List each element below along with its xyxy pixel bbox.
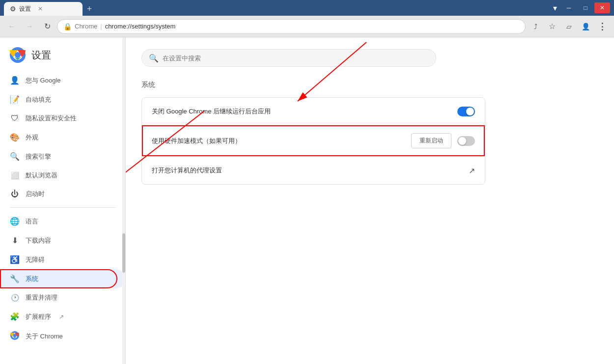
download-icon: ⬇ [10, 236, 20, 245]
sidebar-label-about: 关于 Chrome [26, 332, 63, 341]
sidebar-label-language: 语言 [26, 217, 38, 226]
sidebar-item-autofill[interactable]: 📝 自动填充 [0, 90, 117, 109]
extensions-icon: 🧩 [10, 312, 20, 321]
address-separator: | [100, 23, 102, 30]
autofill-icon: 📝 [10, 95, 20, 104]
address-lock-icon: 🔒 [63, 23, 72, 30]
sidebar-label-downloads: 下载内容 [26, 236, 51, 245]
person-icon: 👤 [10, 76, 20, 85]
refresh-button[interactable]: ↻ [39, 19, 55, 34]
accessibility-icon: ♿ [10, 255, 20, 264]
menu-button[interactable]: ⋮ [594, 19, 610, 34]
sidebar-item-google[interactable]: 👤 您与 Google [0, 71, 117, 90]
hardware-acceleration-text: 使用硬件加速模式（如果可用） [152, 137, 411, 145]
settings-card: 关闭 Google Chrome 后继续运行后台应用 使用硬件加速模式（如果可用… [141, 97, 485, 185]
bookmark-button[interactable]: ☆ [544, 19, 560, 34]
sidebar-item-accessibility[interactable]: ♿ 无障碍 [0, 250, 117, 269]
background-apps-action [457, 107, 475, 116]
external-link-icon: ↗ [59, 313, 64, 320]
sidebar-label-autofill: 自动填充 [26, 95, 51, 104]
forward-button[interactable]: → [22, 19, 37, 34]
maximize-button[interactable]: □ [578, 2, 593, 13]
restart-button[interactable]: 重新启动 [411, 133, 451, 148]
toggle-thumb [466, 108, 474, 115]
content-wrapper: 🔍 系统 关闭 Google Chrome 后继续运行后台应用 [126, 37, 614, 364]
search-input[interactable] [163, 55, 429, 62]
hardware-acceleration-toggle[interactable] [457, 136, 475, 146]
reset-icon: 🕐 [10, 294, 20, 302]
background-apps-text: 关闭 Google Chrome 后继续运行后台应用 [152, 107, 457, 116]
address-bar[interactable]: 🔒 Chrome | chrome://settings/system [57, 19, 526, 34]
startup-icon: ⏻ [10, 190, 20, 198]
sidebar-logo: 设置 [0, 43, 125, 71]
system-wrench-icon: 🔧 [10, 274, 20, 283]
sidebar-item-downloads[interactable]: ⬇ 下载内容 [0, 231, 117, 250]
chrome-logo-icon [10, 47, 26, 63]
window-controls: ─ □ ✕ [561, 2, 610, 13]
search-magnify-icon: 🔍 [149, 54, 159, 63]
titlebar: ⚙ 设置 ✕ + ▾ ─ □ ✕ [0, 0, 614, 16]
sidebar-label-appearance: 外观 [26, 133, 38, 142]
hardware-acceleration-row: 使用硬件加速模式（如果可用） 重新启动 [142, 125, 485, 157]
section-title: 系统 [141, 81, 598, 89]
background-apps-toggle[interactable] [457, 107, 475, 116]
sidebar-item-system[interactable]: 🔧 系统 [0, 269, 125, 288]
titlebar-left: ⚙ 设置 ✕ + [4, 0, 549, 16]
address-site: Chrome [75, 23, 97, 30]
tab-close-icon[interactable]: ✕ [38, 5, 43, 12]
sidebar-item-search[interactable]: 🔍 搜索引擎 [0, 147, 117, 166]
external-link-icon: ↗ [469, 166, 475, 175]
tab-dropdown-button[interactable]: ▾ [549, 3, 561, 13]
sidebar-label-google: 您与 Google [26, 76, 61, 85]
sidebar-item-browser[interactable]: ⬜ 默认浏览器 [0, 166, 117, 185]
sidebar: 设置 👤 您与 Google 📝 自动填充 🛡 隐私设置和安全性 🎨 外观 🔍 … [0, 37, 126, 364]
shield-icon: 🛡 [10, 114, 20, 123]
sidebar-item-reset[interactable]: 🕐 重置并清理 [0, 288, 117, 307]
search-bar[interactable]: 🔍 [141, 49, 436, 67]
sidebar-item-extensions[interactable]: 🧩 扩展程序 ↗ [0, 307, 117, 326]
sidebar-label-reset: 重置并清理 [26, 293, 57, 302]
sidebar-item-privacy[interactable]: 🛡 隐私设置和安全性 [0, 109, 117, 128]
proxy-settings-text: 打开您计算机的代理设置 [152, 166, 469, 175]
sidebar-item-about[interactable]: 关于 Chrome [0, 326, 117, 347]
sidebar-item-language[interactable]: 🌐 语言 [0, 212, 117, 231]
main-container: 设置 👤 您与 Google 📝 自动填充 🛡 隐私设置和安全性 🎨 外观 🔍 … [0, 37, 614, 364]
sidebar-label-startup: 启动时 [26, 190, 45, 198]
sidebar-item-appearance[interactable]: 🎨 外观 [0, 128, 117, 147]
proxy-settings-row[interactable]: 打开您计算机的代理设置 ↗ [142, 157, 485, 184]
sidebar-label-accessibility: 无障碍 [26, 255, 45, 264]
share-button[interactable]: ⤴ [528, 19, 543, 34]
navbar-actions: ⤴ ☆ ▱ 👤 ⋮ [528, 19, 610, 34]
sidebar-label-search: 搜索引擎 [26, 152, 51, 161]
tab-favicon: ⚙ [10, 5, 16, 13]
back-button[interactable]: ← [4, 19, 20, 34]
scrollbar-thumb[interactable] [122, 233, 125, 273]
sidebar-label-system: 系统 [26, 275, 38, 283]
active-tab[interactable]: ⚙ 设置 ✕ [4, 2, 83, 16]
chrome-small-icon [10, 331, 19, 340]
sidebar-item-startup[interactable]: ⏻ 启动时 [0, 185, 117, 203]
paint-icon: 🎨 [10, 133, 20, 142]
address-url: chrome://settings/system [105, 23, 176, 30]
sidebar-divider [10, 207, 115, 208]
close-button[interactable]: ✕ [594, 2, 610, 13]
new-tab-button[interactable]: + [83, 2, 96, 16]
background-apps-row: 关闭 Google Chrome 后继续运行后台应用 [142, 98, 485, 125]
about-icon [10, 331, 20, 342]
svg-point-2 [15, 52, 21, 58]
sidebar-scrollbar[interactable] [122, 37, 125, 364]
sidebar-title: 设置 [31, 49, 51, 62]
minimize-button[interactable]: ─ [561, 2, 577, 13]
tab-area: ⚙ 设置 ✕ + [4, 0, 96, 16]
svg-point-5 [13, 334, 17, 337]
browser-icon: ⬜ [10, 171, 20, 179]
sidebar-label-browser: 默认浏览器 [26, 171, 57, 180]
split-view-button[interactable]: ▱ [561, 19, 577, 34]
content-area: 🔍 系统 关闭 Google Chrome 后继续运行后台应用 [126, 37, 614, 196]
profile-button[interactable]: 👤 [578, 19, 593, 34]
navbar: ← → ↻ 🔒 Chrome | chrome://settings/syste… [0, 16, 614, 37]
sidebar-label-privacy: 隐私设置和安全性 [26, 114, 77, 123]
tab-title: 设置 [19, 5, 31, 13]
proxy-settings-action: ↗ [469, 166, 475, 175]
sidebar-label-extensions: 扩展程序 [26, 312, 51, 321]
